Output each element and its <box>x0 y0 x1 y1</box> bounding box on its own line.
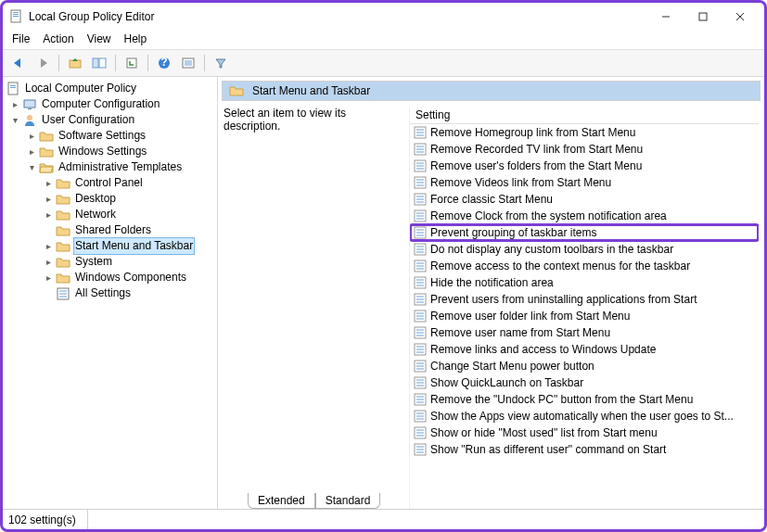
close-button[interactable] <box>722 4 759 30</box>
svg-rect-2 <box>13 14 19 15</box>
setting-item[interactable]: Remove Videos link from Start Menu <box>410 174 759 191</box>
setting-label: Force classic Start Menu <box>430 193 553 206</box>
svg-marker-9 <box>41 58 47 68</box>
up-folder-button[interactable] <box>65 53 85 73</box>
setting-label: Remove user folder link from Start Menu <box>430 310 630 323</box>
setting-icon <box>414 159 427 172</box>
collapse-icon[interactable]: ▾ <box>8 112 21 128</box>
setting-item[interactable]: Remove access to the context menus for t… <box>410 258 759 274</box>
show-hide-tree-button[interactable] <box>89 53 109 73</box>
tree-user-config[interactable]: ▾ User Configuration <box>5 112 215 128</box>
setting-item[interactable]: Remove the "Undock PC" button from the S… <box>410 391 759 408</box>
settings-list-wrap: Setting Remove Homegroup link from Start… <box>409 107 759 509</box>
setting-item[interactable]: Prevent users from uninstalling applicat… <box>410 291 759 308</box>
folder-icon <box>39 145 54 159</box>
setting-item[interactable]: Do not display any custom toolbars in th… <box>410 241 759 258</box>
tree-root[interactable]: Local Computer Policy <box>5 81 215 96</box>
view-tabs: Extended Standard <box>248 493 380 509</box>
setting-item[interactable]: Remove user's folders from the Start Men… <box>410 158 759 174</box>
tree-windows-components[interactable]: ▸ Windows Components <box>5 270 215 285</box>
expand-icon[interactable]: ▸ <box>42 207 55 222</box>
menu-help[interactable]: Help <box>124 32 147 45</box>
expand-icon[interactable]: ▸ <box>42 270 55 285</box>
setting-item[interactable]: Show QuickLaunch on Taskbar <box>410 374 759 391</box>
setting-label: Prevent users from uninstalling applicat… <box>430 293 697 306</box>
setting-item[interactable]: Remove user name from Start Menu <box>410 324 759 341</box>
setting-item[interactable]: Hide the notification area <box>410 274 759 291</box>
tree-windows-settings[interactable]: ▸ Windows Settings <box>5 144 215 159</box>
svg-rect-25 <box>24 100 35 108</box>
expand-icon[interactable]: ▸ <box>25 128 38 144</box>
setting-label: Remove the "Undock PC" button from the S… <box>430 393 693 406</box>
setting-item[interactable]: Show "Run as different user" command on … <box>410 441 759 458</box>
tree-computer-config[interactable]: ▸ Computer Configuration <box>5 96 215 112</box>
help-button[interactable]: ? <box>154 53 174 73</box>
setting-icon <box>414 226 427 239</box>
setting-label: Remove Recorded TV link from Start Menu <box>430 143 643 156</box>
collapse-icon[interactable]: ▾ <box>25 159 38 175</box>
tab-extended[interactable]: Extended <box>248 493 315 509</box>
navigation-tree[interactable]: Local Computer Policy ▸ Computer Configu… <box>3 77 218 509</box>
main-area: Local Computer Policy ▸ Computer Configu… <box>3 77 764 509</box>
tree-system[interactable]: ▸ System <box>5 254 215 270</box>
tree-admin-templates[interactable]: ▾ Administrative Templates <box>5 159 215 175</box>
expand-icon[interactable]: ▸ <box>8 96 21 112</box>
menu-view[interactable]: View <box>87 32 111 45</box>
tree-control-panel[interactable]: ▸ Control Panel <box>5 175 215 191</box>
properties-button[interactable] <box>178 53 198 73</box>
maximize-button[interactable] <box>684 4 722 30</box>
svg-marker-21 <box>216 59 225 68</box>
expand-icon[interactable]: ▸ <box>42 191 55 207</box>
setting-item[interactable]: Change Start Menu power button <box>410 358 759 374</box>
setting-item[interactable]: Remove Homegroup link from Start Menu <box>410 124 759 141</box>
tab-standard[interactable]: Standard <box>315 493 381 509</box>
tree-all-settings[interactable]: All Settings <box>5 285 215 301</box>
tree-network[interactable]: ▸ Network <box>5 207 215 222</box>
setting-icon <box>414 360 427 373</box>
status-bar: 102 setting(s) <box>3 509 764 529</box>
expand-icon[interactable]: ▸ <box>42 254 55 270</box>
setting-icon <box>414 126 427 139</box>
setting-item[interactable]: Show or hide "Most used" list from Start… <box>410 424 759 441</box>
refresh-button[interactable] <box>121 53 142 73</box>
setting-icon <box>414 426 427 439</box>
minimize-button[interactable] <box>647 4 684 30</box>
setting-item[interactable]: Remove links and access to Windows Updat… <box>410 341 759 358</box>
settings-list[interactable]: Remove Homegroup link from Start MenuRem… <box>410 124 759 509</box>
folder-icon <box>56 208 70 222</box>
column-header-setting[interactable]: Setting <box>410 107 759 124</box>
content-title: Start Menu and Taskbar <box>252 84 370 97</box>
folder-icon <box>56 192 70 207</box>
svg-point-27 <box>27 115 32 120</box>
setting-item[interactable]: Force classic Start Menu <box>410 191 759 208</box>
setting-icon <box>414 376 427 389</box>
tree-software-settings[interactable]: ▸ Software Settings <box>5 128 215 144</box>
tree-shared-folders[interactable]: Shared Folders <box>5 222 215 238</box>
setting-item[interactable]: Remove Clock from the system notificatio… <box>410 208 759 224</box>
setting-icon <box>414 143 427 156</box>
setting-icon <box>414 326 427 339</box>
menu-bar: File Action View Help <box>3 31 764 50</box>
expand-icon[interactable]: ▸ <box>42 175 55 191</box>
expand-icon[interactable]: ▸ <box>25 144 38 159</box>
tree-desktop[interactable]: ▸ Desktop <box>5 191 215 207</box>
setting-item[interactable]: Prevent grouping of taskbar items <box>410 224 759 241</box>
setting-label: Remove links and access to Windows Updat… <box>430 343 656 356</box>
back-button[interactable] <box>8 53 29 73</box>
forward-button[interactable] <box>32 53 53 73</box>
setting-icon <box>414 260 427 272</box>
svg-rect-14 <box>127 58 136 68</box>
tree-start-menu-taskbar[interactable]: ▸ Start Menu and Taskbar <box>5 238 215 254</box>
description-text: Select an item to view its description. <box>224 107 346 133</box>
menu-action[interactable]: Action <box>43 32 73 45</box>
setting-item[interactable]: Show the Apps view automatically when th… <box>410 408 759 424</box>
svg-rect-24 <box>10 87 16 88</box>
folder-icon <box>39 129 54 144</box>
setting-item[interactable]: Remove Recorded TV link from Start Menu <box>410 141 759 158</box>
expand-icon[interactable]: ▸ <box>42 238 55 254</box>
svg-rect-13 <box>99 58 106 68</box>
setting-item[interactable]: Remove user folder link from Start Menu <box>410 308 759 324</box>
filter-button[interactable] <box>211 53 231 73</box>
folder-open-icon <box>39 160 54 175</box>
menu-file[interactable]: File <box>12 32 30 45</box>
